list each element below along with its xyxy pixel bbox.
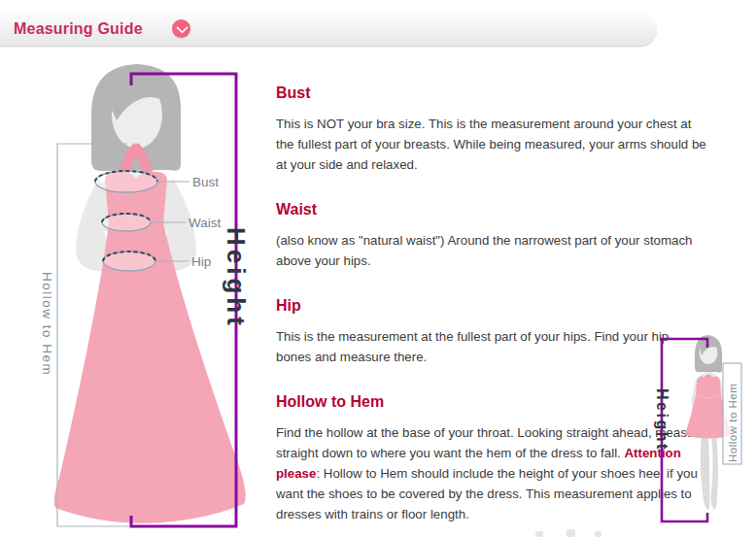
hip-heading: Hip [276,297,706,314]
small-hollow-to-hem-box: Hollow to Hem [723,363,741,464]
section-bust: Bust This is NOT your bra size. This is … [276,84,706,175]
waist-label: Waist [189,216,221,230]
measuring-diagram-large: Bust Waist Hip Hollow to Hem Height [39,60,262,535]
waist-heading: Waist [276,201,706,218]
bust-description: This is NOT your bra size. This is the m… [276,114,706,175]
page-title: Measuring Guide [14,20,143,38]
section-hollow-to-hem: Hollow to Hem Find the hollow at the bas… [276,393,706,524]
waist-description: (also know as "natural waist") Around th… [276,230,706,271]
small-right-leg [710,434,718,510]
hip-label: Hip [191,254,211,269]
chevron-down-icon [176,21,189,34]
small-hollow-to-hem-label: Hollow to Hem [727,384,739,462]
bust-heading: Bust [276,84,706,101]
cutoff-artifact [567,529,575,537]
section-hip: Hip This is the measurement at the fulle… [276,297,706,367]
dress-skirt-shape [54,223,246,523]
cutoff-artifact [535,531,543,537]
small-left-leg [701,434,710,510]
hip-measure-ellipse [103,252,155,271]
section-waist: Waist (also know as "natural waist") Aro… [276,201,706,271]
cutoff-artifact [595,531,601,537]
waist-measure-ellipse [102,214,151,231]
bust-label: Bust [192,175,219,189]
bust-measure-ellipse [95,171,157,192]
collapse-toggle-button[interactable] [172,19,190,38]
hollow-to-hem-description: Find the hollow at the base of your thro… [276,422,706,524]
hip-description: This is the measurement at the fullest p… [276,326,706,367]
hollow-to-hem-heading: Hollow to Hem [276,393,706,410]
measuring-guide-header-bar: Measuring Guide [0,13,657,47]
measurement-info-column: Bust This is NOT your bra size. This is … [276,84,706,537]
height-label: Height [222,227,251,329]
measuring-diagram-small: Hollow to Hem Height [649,330,756,537]
hollow-to-hem-label: Hollow to Hem [40,272,54,376]
small-height-label: Height [654,388,670,452]
attention-text: : Hollow to Hem should include the heigh… [276,466,698,521]
